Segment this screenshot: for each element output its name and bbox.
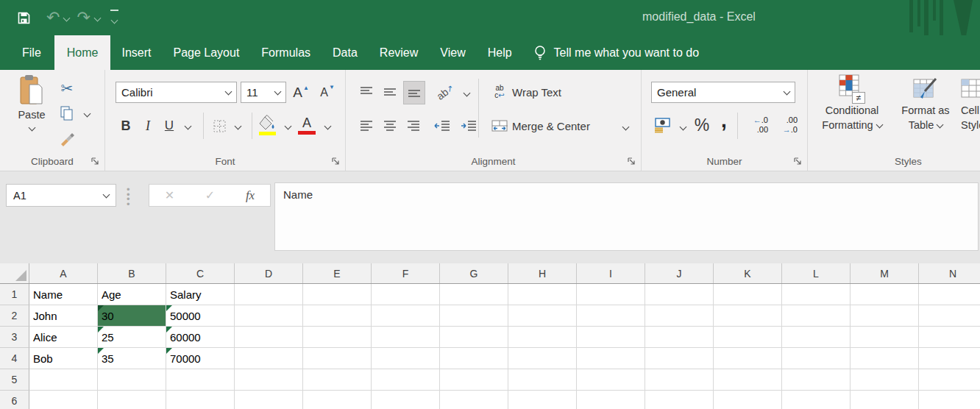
cell-D1[interactable] (235, 284, 303, 305)
orientation-dropdown-icon[interactable] (464, 90, 471, 97)
orientation-icon[interactable]: ab↗ (430, 77, 461, 107)
cell-E3[interactable] (303, 327, 372, 348)
tab-data[interactable]: Data (322, 35, 369, 70)
tab-file[interactable]: File (9, 35, 54, 70)
column-header-F[interactable]: F (372, 263, 440, 283)
cell-K4[interactable] (714, 348, 782, 369)
cell-A1[interactable]: Name (29, 284, 98, 305)
tab-page-layout[interactable]: Page Layout (162, 35, 250, 70)
paste-button[interactable]: Paste (10, 74, 53, 130)
cell-H6[interactable] (508, 391, 577, 409)
cell-E4[interactable] (303, 348, 372, 369)
format-as-table-button[interactable]: Format as Table (892, 74, 959, 132)
name-box[interactable]: A1 (6, 184, 116, 207)
column-header-N[interactable]: N (919, 263, 980, 283)
cell-A2[interactable]: John (29, 305, 98, 327)
wrap-text-button[interactable]: Wrap Text (512, 81, 561, 103)
cell-H4[interactable] (508, 348, 577, 369)
name-box-dropdown-icon[interactable] (103, 191, 110, 199)
cell-L1[interactable] (782, 284, 851, 305)
cell-C4[interactable]: 70000 (166, 348, 235, 369)
cell-N4[interactable] (919, 348, 980, 369)
decrease-indent-icon[interactable] (431, 114, 453, 138)
align-right-icon[interactable] (403, 114, 424, 138)
cell-J5[interactable] (645, 369, 714, 391)
increase-decimal-button[interactable]: ←.0 .00 (743, 114, 768, 139)
decrease-font-size-button[interactable]: A ▼ (316, 82, 339, 103)
merge-center-dropdown-icon[interactable] (622, 124, 630, 131)
middle-align-icon[interactable] (380, 81, 400, 103)
cell-I4[interactable] (577, 348, 645, 369)
cut-icon[interactable]: ✂ (57, 79, 77, 98)
cell-L5[interactable] (782, 369, 851, 391)
cancel-icon[interactable]: ✕ (165, 188, 174, 202)
cell-H1[interactable] (508, 284, 577, 305)
font-family-select[interactable]: Calibri (116, 82, 237, 103)
underline-dropdown-icon[interactable] (185, 123, 192, 130)
font-dialog-launcher[interactable] (331, 157, 340, 166)
cell-F2[interactable] (372, 305, 440, 327)
borders-dropdown-icon[interactable] (235, 123, 242, 130)
cell-F1[interactable] (372, 284, 440, 305)
formula-bar-resize-handle[interactable]: •••• (127, 188, 130, 207)
align-left-icon[interactable] (356, 114, 377, 138)
row-header-3[interactable]: 3 (0, 327, 29, 348)
number-format-select[interactable]: General (651, 82, 795, 103)
font-color-button[interactable]: A (297, 113, 317, 138)
cell-K2[interactable] (714, 305, 782, 327)
cell-K6[interactable] (714, 391, 782, 409)
copy-icon[interactable] (57, 104, 77, 123)
cell-N3[interactable] (919, 327, 980, 348)
cell-H5[interactable] (508, 369, 577, 391)
insert-function-icon[interactable]: fx (246, 188, 255, 203)
paste-dropdown-icon[interactable] (28, 124, 35, 131)
tab-review[interactable]: Review (369, 35, 429, 70)
tab-insert[interactable]: Insert (110, 35, 162, 70)
cell-L6[interactable] (782, 391, 851, 409)
cell-F3[interactable] (372, 327, 440, 348)
cell-D5[interactable] (235, 369, 303, 391)
cell-M3[interactable] (851, 327, 919, 348)
cell-L2[interactable] (782, 305, 851, 327)
cell-H2[interactable] (508, 305, 577, 327)
enter-icon[interactable]: ✓ (205, 188, 215, 202)
undo-icon[interactable]: ↶ (46, 10, 60, 26)
undo-dropdown-icon[interactable] (63, 14, 71, 21)
column-header-M[interactable]: M (851, 263, 919, 283)
cell-J1[interactable] (645, 284, 714, 305)
tab-view[interactable]: View (429, 35, 476, 70)
tell-me-search[interactable]: Tell me what you want to do (533, 35, 699, 70)
cell-I2[interactable] (577, 305, 645, 327)
cell-G1[interactable] (440, 284, 508, 305)
fill-color-button[interactable] (257, 113, 279, 138)
cell-L3[interactable] (782, 327, 851, 348)
cell-G4[interactable] (440, 348, 508, 369)
cell-C6[interactable] (166, 391, 235, 409)
cell-N6[interactable] (919, 391, 980, 409)
column-header-J[interactable]: J (645, 263, 714, 283)
redo-icon[interactable]: ↷ (77, 10, 90, 26)
cell-A6[interactable] (29, 391, 98, 409)
column-header-B[interactable]: B (98, 263, 166, 283)
cell-B3[interactable]: 25 (98, 327, 166, 348)
cell-G2[interactable] (440, 305, 508, 327)
column-header-G[interactable]: G (440, 263, 508, 283)
cell-H3[interactable] (508, 327, 577, 348)
cell-D3[interactable] (235, 327, 303, 348)
percent-style-button[interactable]: % (690, 113, 714, 138)
cell-C3[interactable]: 60000 (166, 327, 235, 348)
cell-D4[interactable] (235, 348, 303, 369)
cell-C1[interactable]: Salary (166, 284, 235, 305)
cell-N2[interactable] (919, 305, 980, 327)
cell-L4[interactable] (782, 348, 851, 369)
column-header-E[interactable]: E (303, 263, 372, 283)
comma-style-button[interactable]: , (717, 108, 731, 133)
cell-J2[interactable] (645, 305, 714, 327)
top-align-icon[interactable] (356, 81, 377, 103)
cell-C5[interactable] (166, 369, 235, 391)
cell-styles-button[interactable]: Cell Styles (961, 74, 980, 132)
row-header-6[interactable]: 6 (0, 391, 29, 409)
cell-E2[interactable] (303, 305, 372, 327)
cell-I6[interactable] (577, 391, 645, 409)
cell-G3[interactable] (440, 327, 508, 348)
